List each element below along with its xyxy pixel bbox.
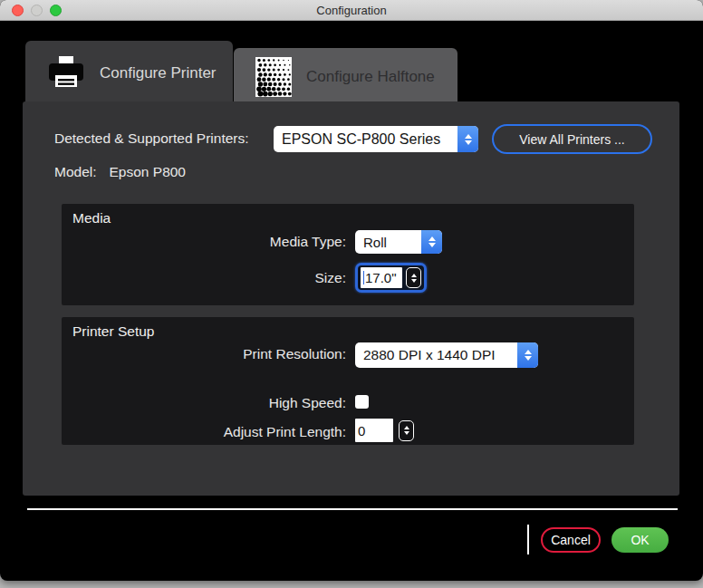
tab-label: Configure Halftone [306,68,435,86]
text-caret [363,271,364,284]
model-value: Epson P800 [110,164,186,179]
adjust-length-stepper-icon[interactable] [399,420,414,441]
detected-printers-label: Detected & Supported Printers: [54,130,276,147]
adjust-print-length-control: 0 [355,419,414,442]
size-stepper-icon[interactable] [406,267,421,288]
detected-printers-row: Detected & Supported Printers: EPSON SC-… [23,126,679,153]
printer-icon [47,56,85,91]
model-label: Model: [54,164,97,179]
print-resolution-value: 2880 DPI x 1440 DPI [355,342,517,368]
high-speed-checkbox[interactable] [355,395,369,409]
popup-stepper-icon [457,126,478,152]
media-section-title: Media [72,210,111,227]
media-type-select[interactable]: Roll [355,230,442,254]
window-title: Configuration [0,4,703,17]
configure-printer-panel: Detected & Supported Printers: EPSON SC-… [23,101,679,496]
high-speed-label: High Speed: [62,395,346,411]
tab-configure-printer[interactable]: Configure Printer [25,41,233,106]
titlebar: Configuration [0,0,703,21]
print-resolution-select[interactable]: 2880 DPI x 1440 DPI [355,342,538,368]
printer-select[interactable]: EPSON SC-P800 Series [274,126,478,152]
model-row: Model:Epson P800 [54,164,186,180]
cancel-button[interactable]: Cancel [541,527,601,553]
size-label: Size: [62,270,346,286]
footer-divider [527,525,529,554]
size-input[interactable]: 17.0" [361,267,402,288]
print-resolution-label: Print Resolution: [62,346,346,362]
media-type-value: Roll [355,230,421,254]
ok-button[interactable]: OK [612,527,669,553]
popup-stepper-icon [421,230,442,254]
size-stepper-field[interactable]: 17.0" [355,263,427,293]
printer-setup-title: Printer Setup [72,323,154,340]
tab-label: Configure Printer [100,64,217,82]
media-type-label: Media Type: [62,234,346,250]
printer-select-value: EPSON SC-P800 Series [274,126,457,152]
adjust-print-length-input[interactable]: 0 [355,419,393,442]
printer-setup-section: Printer Setup Print Resolution: 2880 DPI… [62,317,634,445]
media-section: Media Media Type: Roll Size: 17.0" [62,204,634,305]
popup-stepper-icon [517,342,538,368]
configuration-window: Configuration Configure Halftone Configu… [0,0,703,581]
adjust-print-length-label: Adjust Print Length: [62,424,346,440]
view-all-printers-button[interactable]: View All Printers ... [492,124,652,154]
tab-configure-halftone[interactable]: Configure Halftone [234,48,457,106]
footer-separator [27,508,678,510]
halftone-icon [255,57,292,97]
